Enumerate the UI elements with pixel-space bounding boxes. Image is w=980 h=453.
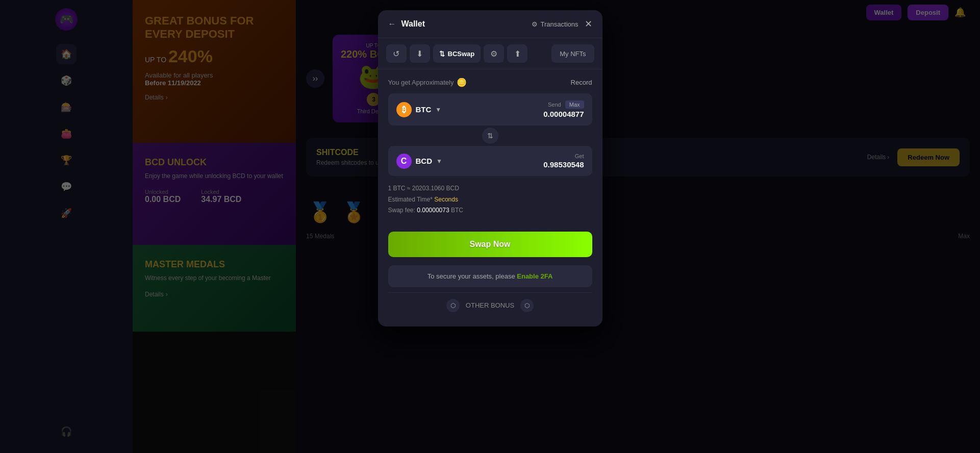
- to-currency-box: C BCD ▼ Get 0.98530548: [388, 146, 592, 176]
- modal-header-right: ⚙ Transactions ✕: [532, 18, 592, 30]
- other-bonus-next[interactable]: ⬡: [520, 299, 534, 312]
- settings-tab[interactable]: ⚙: [484, 44, 504, 63]
- get-label: Get: [575, 153, 584, 159]
- rate-text: 1 BTC ≈ 20203.1060 BCD: [388, 183, 592, 194]
- estimated-time-row: Estimated Time* Seconds: [388, 194, 592, 206]
- coin-spinning-icon: 🪙: [457, 78, 467, 87]
- to-chevron-icon: ▼: [436, 158, 442, 165]
- swap-fee-value: 0.00000073: [417, 207, 449, 214]
- swap-content: You get Approximately 🪙 Record ₿ BTC ▼ S…: [378, 69, 602, 326]
- approx-text: You get Approximately 🪙: [388, 78, 467, 87]
- to-amount-value: 0.98530548: [543, 160, 584, 169]
- refresh-tab[interactable]: ↺: [386, 44, 407, 63]
- my-nfts-tab[interactable]: My NFTs: [551, 44, 594, 63]
- modal-header-left: ← Wallet: [388, 19, 425, 29]
- modal-close-button[interactable]: ✕: [585, 18, 592, 30]
- withdraw-tab[interactable]: ⬆: [507, 44, 527, 63]
- modal-back-button[interactable]: ←: [388, 19, 396, 29]
- from-currency-selector[interactable]: ₿ BTC ▼: [396, 102, 442, 117]
- approx-row: You get Approximately 🪙 Record: [388, 78, 592, 87]
- from-currency-name: BTC: [416, 105, 432, 114]
- other-bonus-label: OTHER BONUS: [466, 301, 514, 309]
- transactions-button[interactable]: ⚙ Transactions: [532, 20, 579, 28]
- from-chevron-icon: ▼: [435, 106, 441, 113]
- twofa-notice: To secure your assets, please Enable 2FA: [388, 265, 592, 287]
- gear-icon: ⚙: [532, 20, 538, 28]
- swap-fee-currency: BTC: [451, 207, 463, 214]
- modal-header: ← Wallet ⚙ Transactions ✕: [378, 10, 602, 38]
- from-amount-value: 0.00004877: [543, 110, 584, 118]
- to-currency-selector[interactable]: C BCD ▼: [396, 154, 442, 169]
- from-amount-area: Send Max 0.00004877: [543, 100, 584, 118]
- bcswap-tab[interactable]: ⇅ ⇅ BCSwap BCSwap: [433, 44, 481, 63]
- other-bonus-row: ⬡ OTHER BONUS ⬡: [388, 292, 592, 318]
- wallet-modal: ← Wallet ⚙ Transactions ✕ ↺ ⬇ ⇅ ⇅ BCSwap…: [378, 10, 602, 326]
- swap-fee-row: Swap fee: 0.00000073 BTC: [388, 205, 592, 216]
- swap-now-button[interactable]: Swap Now: [388, 232, 592, 257]
- modal-overlay[interactable]: ← Wallet ⚙ Transactions ✕ ↺ ⬇ ⇅ ⇅ BCSwap…: [0, 0, 980, 453]
- swap-direction-button[interactable]: ⇅: [482, 128, 498, 144]
- enable-2fa-link[interactable]: Enable 2FA: [517, 272, 552, 280]
- bcd-icon: C: [396, 154, 412, 169]
- from-currency-box: ₿ BTC ▼ Send Max 0.00004877: [388, 93, 592, 125]
- rate-info: 1 BTC ≈ 20203.1060 BCD Estimated Time* S…: [388, 183, 592, 216]
- to-currency-name: BCD: [416, 157, 433, 165]
- estimated-time-value: Seconds: [434, 196, 458, 203]
- max-button[interactable]: Max: [565, 100, 584, 109]
- modal-title: Wallet: [401, 19, 425, 29]
- record-button[interactable]: Record: [571, 79, 592, 86]
- send-label: Send: [548, 102, 561, 108]
- other-bonus-prev[interactable]: ⬡: [446, 299, 460, 312]
- swap-arrow-row: ⇅: [388, 128, 592, 144]
- deposit-tab[interactable]: ⬇: [410, 44, 430, 63]
- to-amount-area: Get 0.98530548: [543, 153, 584, 169]
- wallet-tabs: ↺ ⬇ ⇅ ⇅ BCSwap BCSwap ⚙ ⬆ My NFTs: [378, 38, 602, 69]
- btc-icon: ₿: [396, 102, 412, 117]
- swap-icon: ⇅: [439, 50, 445, 58]
